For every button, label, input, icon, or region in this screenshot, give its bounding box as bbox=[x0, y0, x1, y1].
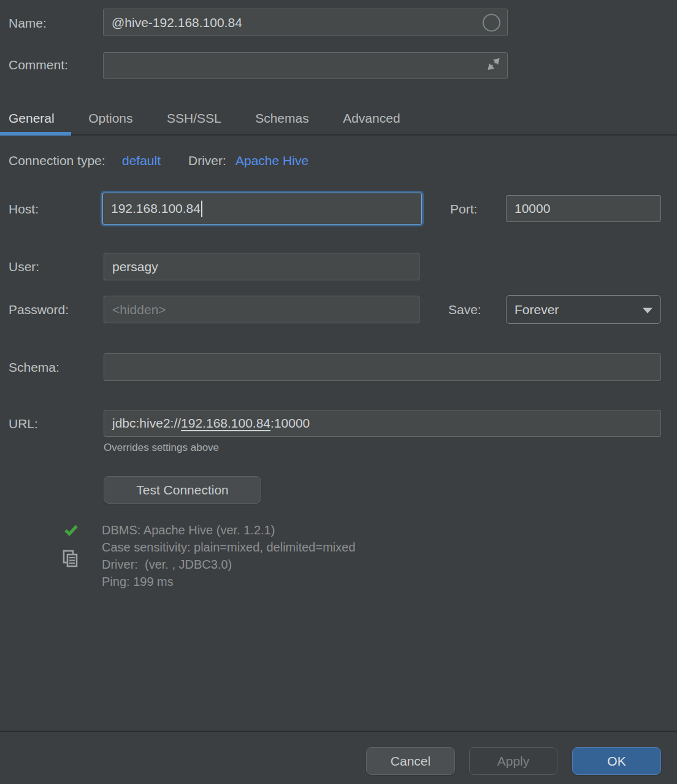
password-input[interactable] bbox=[112, 296, 411, 323]
text-caret bbox=[201, 201, 202, 217]
tab-options[interactable]: Options bbox=[80, 100, 141, 134]
url-host-part: 192.168.100.84 bbox=[181, 416, 270, 431]
connection-type-label: Connection type: bbox=[9, 153, 105, 168]
status-case-line: Case sensitivity: plain=mixed, delimited… bbox=[102, 539, 356, 556]
ok-button[interactable]: OK bbox=[572, 747, 661, 775]
connection-status-block: DBMS: Apache Hive (ver. 1.2.1) Case sens… bbox=[102, 521, 356, 590]
url-input[interactable]: jdbc:hive2://192.168.100.84:10000 bbox=[104, 410, 661, 437]
url-label: URL: bbox=[9, 417, 38, 431]
settings-tab-bar: General Options SSH/SSL Schemas Advanced bbox=[0, 100, 677, 136]
save-dropdown[interactable]: Forever bbox=[506, 295, 661, 324]
copy-icon[interactable] bbox=[61, 549, 80, 571]
connection-type-link[interactable]: default bbox=[122, 153, 161, 168]
user-label: User: bbox=[9, 259, 39, 274]
name-field-wrap bbox=[103, 9, 508, 36]
user-field-wrap bbox=[104, 253, 419, 280]
tab-general[interactable]: General bbox=[0, 100, 63, 134]
password-label: Password: bbox=[9, 302, 69, 317]
comment-input[interactable] bbox=[112, 53, 499, 79]
comment-field-wrap bbox=[103, 52, 508, 79]
host-label: Host: bbox=[9, 202, 39, 217]
progress-circle-icon bbox=[483, 13, 500, 31]
comment-label: Comment: bbox=[9, 58, 68, 72]
cancel-button[interactable]: Cancel bbox=[366, 747, 455, 775]
schema-input[interactable] bbox=[112, 354, 652, 380]
driver-link[interactable]: Apache Hive bbox=[235, 153, 308, 168]
password-field-wrap bbox=[104, 296, 419, 323]
tab-advanced[interactable]: Advanced bbox=[334, 100, 408, 134]
port-input[interactable] bbox=[514, 196, 652, 221]
host-input[interactable]: 192.168.100.84 bbox=[102, 193, 422, 225]
name-label: Name: bbox=[9, 16, 47, 31]
name-input[interactable] bbox=[112, 9, 499, 36]
schema-field-wrap bbox=[104, 353, 661, 381]
schema-label: Schema: bbox=[9, 360, 59, 375]
status-driver-line: Driver: (ver. , JDBC3.0) bbox=[102, 556, 356, 573]
footer-divider bbox=[0, 731, 677, 732]
driver-label: Driver: bbox=[188, 153, 226, 168]
expand-editor-icon[interactable] bbox=[486, 56, 502, 75]
status-dbms-line: DBMS: Apache Hive (ver. 1.2.1) bbox=[102, 521, 356, 539]
port-label: Port: bbox=[450, 202, 477, 217]
success-check-icon bbox=[63, 522, 79, 540]
save-label: Save: bbox=[448, 302, 481, 317]
test-connection-button[interactable]: Test Connection bbox=[104, 476, 261, 504]
url-hint: Overrides settings above bbox=[104, 442, 219, 454]
port-field-wrap bbox=[506, 195, 661, 222]
user-input[interactable] bbox=[112, 253, 411, 280]
data-source-settings-dialog: Name: Comment: General Options SSH/SSL S… bbox=[0, 0, 677, 784]
tab-schemas[interactable]: Schemas bbox=[247, 100, 318, 134]
status-ping-line: Ping: 199 ms bbox=[102, 573, 356, 590]
chevron-down-icon bbox=[643, 307, 652, 313]
apply-button[interactable]: Apply bbox=[469, 747, 557, 775]
tab-ssh-ssl[interactable]: SSH/SSL bbox=[158, 100, 230, 134]
